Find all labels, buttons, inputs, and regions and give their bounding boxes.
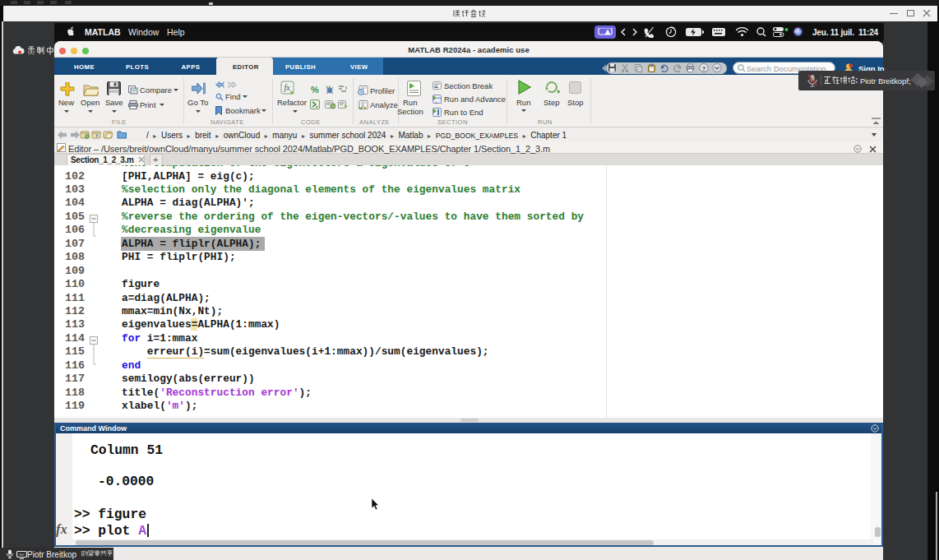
svg-text:fx: fx	[284, 83, 290, 92]
svg-text:?: ?	[702, 65, 706, 72]
